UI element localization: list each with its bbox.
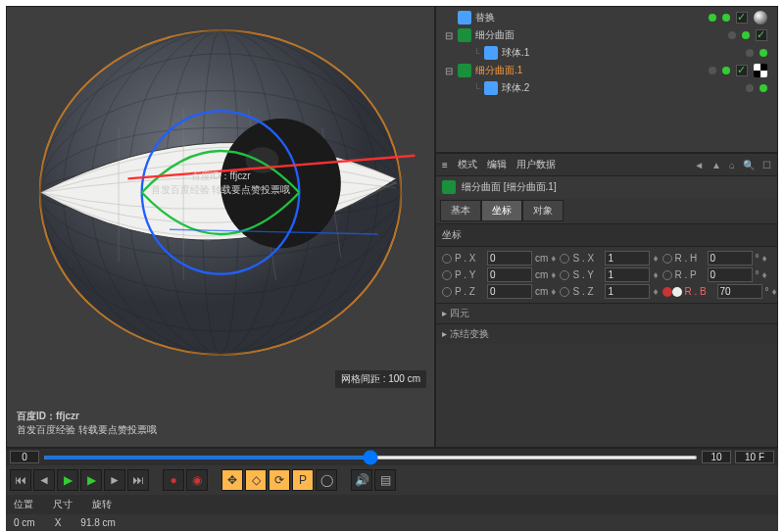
object-name[interactable]: 球体.1 (502, 46, 529, 60)
visibility-dot[interactable] (728, 31, 736, 39)
play-back-button[interactable]: ▶ (57, 469, 78, 491)
object-row[interactable]: 替换 (438, 9, 775, 26)
visibility-dot[interactable] (760, 84, 767, 92)
key-rotate-icon[interactable]: ⟳ (269, 469, 290, 491)
nav-back-icon[interactable]: ◄ (694, 160, 704, 170)
field-sy[interactable]: S . Y♦ (560, 267, 658, 282)
bottom-bar: 0 10 10 F ⏮ ◄ ▶ ▶ ► ⏭ ● ◉ ✥ ◇ ⟳ P ◯ 🔊 ▤ … (6, 448, 778, 526)
input-px[interactable] (487, 251, 532, 266)
section-coord: 坐标 (436, 223, 777, 247)
input-sy[interactable] (605, 267, 650, 282)
sound-button[interactable]: 🔊 (351, 469, 372, 491)
subdiv-icon (458, 64, 471, 77)
object-row[interactable]: └球体.1 (438, 44, 775, 62)
record-button[interactable]: ● (163, 469, 184, 491)
frame-end-b[interactable]: 10 F (735, 451, 774, 463)
nav-up-icon[interactable]: ▲ (711, 160, 721, 170)
input-rh[interactable] (708, 251, 753, 266)
section-quaternion[interactable]: ▸ 四元 (436, 303, 777, 323)
field-px[interactable]: P . Xcm♦ (442, 251, 556, 266)
input-sz[interactable] (605, 284, 650, 299)
sphere-icon (484, 81, 498, 95)
viewport[interactable]: 网格间距 : 100 cm 百度ID：ffjczr 首发百度经验 转载要点赞投票… (6, 6, 435, 448)
enable-checkbox[interactable] (736, 65, 748, 76)
visibility-dot[interactable] (709, 14, 716, 22)
visibility-dot[interactable] (760, 49, 767, 57)
frame-start[interactable]: 0 (10, 451, 39, 463)
attr-tabs: 基本 坐标 对象 (436, 198, 777, 223)
rot-label: 旋转 (92, 498, 112, 511)
object-name[interactable]: 细分曲面 (475, 28, 514, 42)
field-rb[interactable]: R . B°♦ (662, 284, 777, 299)
expand-icon[interactable]: ⊟ (444, 66, 454, 76)
visibility-dot[interactable] (709, 67, 716, 74)
input-pz[interactable] (487, 284, 532, 299)
key-move-icon[interactable]: ✥ (221, 469, 243, 491)
goto-end-button[interactable]: ⏭ (127, 469, 149, 491)
visibility-dot[interactable] (722, 14, 730, 22)
field-pz[interactable]: P . Zcm♦ (442, 284, 556, 299)
material-tag[interactable] (754, 64, 767, 77)
field-sz[interactable]: S . Z♦ (560, 284, 658, 299)
subdiv-icon (442, 180, 456, 194)
attr-object-name: 细分曲面 [细分曲面.1] (462, 180, 557, 194)
field-rp[interactable]: R . P°♦ (662, 267, 767, 282)
burger-icon[interactable]: ≡ (442, 160, 448, 170)
enable-checkbox[interactable] (756, 29, 767, 41)
visibility-dot[interactable] (742, 31, 750, 39)
material-tag[interactable] (754, 11, 767, 24)
object-name[interactable]: 细分曲面.1 (475, 64, 522, 77)
visibility-dot[interactable] (746, 84, 754, 92)
play-forward-button[interactable]: ▶ (80, 469, 102, 491)
status-x-val: 91.8 cm (80, 517, 116, 528)
attr-menubar: ≡ 模式 编辑 用户数据 ◄ ▲ ⌂ 🔍 ☐ (436, 154, 777, 176)
input-rb[interactable] (717, 284, 762, 299)
object-row[interactable]: ⊟细分曲面.1 (438, 62, 775, 79)
step-back-button[interactable]: ◄ (33, 469, 55, 491)
menu-userdata[interactable]: 用户数据 (516, 158, 556, 171)
object-manager[interactable]: 替换⊟细分曲面└球体.1⊟细分曲面.1└球体.2 (435, 6, 778, 153)
step-forward-button[interactable]: ► (104, 469, 125, 491)
timeline-slider[interactable] (43, 456, 698, 459)
bottom-left: 0 10 10 F ⏮ ◄ ▶ ▶ ► ⏭ ● ◉ ✥ ◇ ⟳ P ◯ 🔊 ▤ … (6, 449, 778, 526)
main-area: 网格间距 : 100 cm 百度ID：ffjczr 首发百度经验 转载要点赞投票… (6, 6, 778, 448)
input-py[interactable] (487, 267, 532, 282)
tab-basic[interactable]: 基本 (440, 200, 481, 221)
key-param-icon[interactable]: P (292, 469, 314, 491)
goto-start-button[interactable]: ⏮ (10, 469, 31, 491)
section-freeze[interactable]: ▸ 冻结变换 (436, 323, 777, 344)
attribute-manager: ≡ 模式 编辑 用户数据 ◄ ▲ ⌂ 🔍 ☐ 细分曲面 [细分曲面.1] 基本 … (435, 153, 778, 448)
menu-edit[interactable]: 编辑 (487, 158, 507, 171)
object-row[interactable]: └球体.2 (438, 79, 775, 97)
bookmark-icon[interactable]: ☐ (762, 160, 771, 170)
autokey-button[interactable]: ◉ (186, 469, 208, 491)
field-py[interactable]: P . Ycm♦ (442, 267, 556, 282)
key-scale-icon[interactable]: ◇ (245, 469, 267, 491)
home-icon[interactable]: ⌂ (729, 160, 735, 170)
eye-svg (17, 17, 424, 368)
app-root: 网格间距 : 100 cm 百度ID：ffjczr 首发百度经验 转载要点赞投票… (0, 0, 784, 532)
search-icon[interactable]: 🔍 (743, 160, 755, 170)
visibility-dot[interactable] (722, 67, 730, 74)
enable-checkbox[interactable] (736, 12, 748, 24)
expand-icon[interactable]: ⊟ (444, 30, 454, 41)
object-row[interactable]: ⊟细分曲面 (438, 26, 775, 44)
tab-object[interactable]: 对象 (522, 200, 564, 221)
input-sx[interactable] (605, 251, 650, 266)
field-sx[interactable]: S . X♦ (560, 251, 658, 266)
sphere-icon (484, 46, 498, 60)
attr-title-row: 细分曲面 [细分曲面.1] (436, 176, 777, 198)
field-rh[interactable]: R . H°♦ (662, 251, 767, 266)
key-pla-icon[interactable]: ◯ (316, 469, 337, 491)
marker-button[interactable]: ▤ (374, 469, 396, 491)
subdiv-icon (458, 28, 471, 42)
object-name[interactable]: 替换 (475, 11, 495, 24)
tab-coord[interactable]: 坐标 (481, 200, 522, 221)
object-name[interactable]: 球体.2 (502, 81, 529, 95)
input-rp[interactable] (708, 267, 753, 282)
timeline[interactable]: 0 10 10 F (6, 449, 778, 465)
menu-mode[interactable]: 模式 (458, 158, 477, 171)
grid-spacing-label: 网格间距 : 100 cm (335, 370, 426, 388)
frame-end-a[interactable]: 10 (702, 451, 731, 463)
visibility-dot[interactable] (746, 49, 754, 57)
